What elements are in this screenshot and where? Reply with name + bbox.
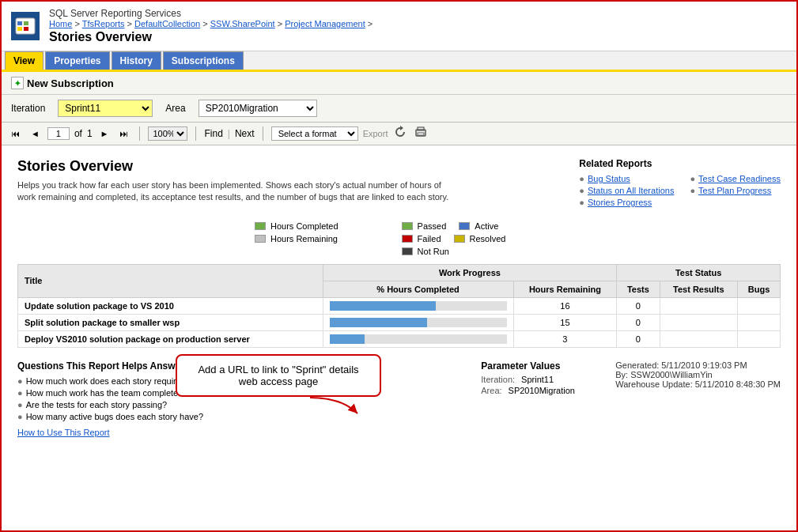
report-left: Stories Overview Helps you track how far… — [17, 158, 563, 213]
last-page-button[interactable]: ⏭ — [116, 127, 131, 140]
page-of-label: of — [74, 128, 82, 139]
export-label: Export — [363, 129, 388, 138]
stories-table: Title Work Progress Test Status % Hours … — [17, 264, 781, 348]
page-input[interactable] — [47, 127, 70, 140]
subscription-toolbar: ✦ New Subscription — [2, 72, 796, 95]
related-reports-columns: ● Bug Status ● Status on All Iterations … — [579, 174, 781, 209]
legend-label-resolved: Resolved — [470, 234, 506, 243]
legend-right-row2: Failed Resolved — [402, 234, 506, 243]
legend-right-row1: Passed Active — [402, 221, 506, 231]
svg-rect-0 — [16, 18, 35, 34]
tab-subscriptions[interactable]: Subscriptions — [163, 51, 244, 70]
first-page-button[interactable]: ⏮ — [8, 127, 23, 140]
new-subscription-label: New Subscription — [27, 77, 114, 89]
row-title-2: Split solution package to smaller wsp — [18, 314, 323, 330]
legend-passed: Passed — [402, 221, 447, 231]
legend-box-active — [459, 222, 470, 230]
related-link-test-plan[interactable]: Test Plan Progress — [698, 186, 771, 195]
related-link-bug-status[interactable]: Bug Status — [588, 174, 630, 183]
generated-section: Generated: 5/11/2010 9:19:03 PM By: SSW2… — [615, 360, 781, 437]
test-results-3 — [660, 330, 738, 347]
legend-hours-completed: Hours Completed — [255, 221, 338, 231]
new-subscription-button[interactable]: ✦ New Subscription — [11, 77, 114, 89]
bullet-icon: ● — [690, 186, 695, 195]
breadcrumb-tfsreports[interactable]: TfsReports — [82, 19, 125, 28]
format-select[interactable]: Select a format XML CSV PDF Excel Word — [271, 126, 358, 141]
param-area-key: Area: — [481, 386, 501, 395]
table-row: Deploy VS2010 solution package on produc… — [18, 330, 781, 347]
related-col-right: ● Test Case Readiness ● Test Plan Progre… — [690, 174, 781, 209]
bugs-3 — [738, 330, 781, 347]
page-title: Stories Overview — [49, 30, 373, 44]
svg-rect-3 — [17, 27, 22, 31]
iteration-select[interactable]: Sprint11 — [58, 100, 153, 117]
param-iteration-row: Iteration: Sprint11 — [481, 375, 599, 384]
legend-area: Hours Completed Hours Remaining Passed A… — [255, 221, 781, 256]
legend-box-remaining — [255, 235, 266, 243]
breadcrumb-home[interactable]: Home — [49, 19, 72, 28]
bullet-icon: ● — [579, 174, 584, 183]
header-text: SQL Server Reporting Services Home > Tfs… — [49, 8, 373, 44]
refresh-button[interactable] — [392, 126, 408, 141]
bullet-icon: ● — [17, 388, 23, 398]
related-col-left: ● Bug Status ● Status on All Iterations … — [579, 174, 674, 209]
svg-rect-1 — [17, 21, 22, 25]
bullet-icon: ● — [579, 186, 584, 195]
col-title: Title — [18, 264, 323, 297]
callout-bubble: Add a URL to link to "Sprint" details we… — [176, 354, 381, 397]
how-to-link[interactable]: How to Use This Report — [17, 428, 465, 437]
legend-label-remaining: Hours Remaining — [270, 234, 338, 243]
related-link-status-iterations[interactable]: Status on All Iterations — [588, 186, 674, 195]
bullet-icon: ● — [17, 412, 23, 421]
bugs-1 — [738, 297, 781, 314]
breadcrumb-project-management[interactable]: Project Management — [285, 19, 365, 28]
breadcrumb-defaultcollection[interactable]: DefaultCollection — [134, 19, 200, 28]
next-page-button[interactable]: ► — [97, 127, 112, 140]
find-separator: | — [228, 128, 230, 139]
app-icon — [11, 12, 40, 40]
legend-resolved: Resolved — [454, 234, 506, 243]
area-select[interactable]: SP2010Migration — [199, 100, 317, 117]
col-bugs: Bugs — [738, 281, 781, 297]
question-text-3: Are the tests for each story passing? — [26, 400, 168, 409]
legend-right: Passed Active Failed Resolved — [402, 221, 506, 256]
zoom-select[interactable]: 100% — [148, 126, 187, 141]
question-text-1: How much work does each story require? — [26, 376, 186, 386]
test-results-2 — [660, 314, 738, 330]
legend-left: Hours Completed Hours Remaining — [255, 221, 338, 256]
progress-bar-2 — [323, 314, 513, 330]
tab-properties[interactable]: Properties — [45, 51, 109, 70]
generated-label: Generated: 5/11/2010 9:19:03 PM — [615, 360, 781, 370]
col-hours-remaining: Hours Remaining — [513, 281, 617, 297]
hours-remaining-3: 3 — [513, 330, 617, 347]
legend-label-completed: Hours Completed — [270, 221, 338, 231]
related-reports: Related Reports ● Bug Status ● Status on… — [579, 158, 781, 213]
related-link-stories-progress[interactable]: Stories Progress — [588, 198, 652, 207]
report-content: Stories Overview Helps you track how far… — [2, 145, 796, 450]
page-total: 1 — [87, 128, 93, 139]
bullet-icon: ● — [690, 174, 695, 183]
legend-box-failed — [402, 235, 413, 243]
callout-wrapper: Add a URL to link to "Sprint" details we… — [176, 354, 381, 421]
print-button[interactable] — [413, 126, 429, 141]
parameter-values-title: Parameter Values — [481, 360, 599, 372]
bullet-icon: ● — [579, 198, 584, 207]
bottom-section: Questions This Report Helps Answer ● How… — [17, 360, 781, 437]
parameters-row: Iteration Sprint11 Area SP2010Migration — [2, 95, 796, 123]
tests-1: 0 — [617, 297, 660, 314]
legend-label-not-run: Not Run — [418, 247, 449, 256]
tab-view[interactable]: View — [5, 51, 43, 70]
row-title-3: Deploy VS2010 solution package on produc… — [18, 330, 323, 347]
prev-page-button[interactable]: ◄ — [28, 127, 43, 140]
related-link-test-case[interactable]: Test Case Readiness — [698, 174, 781, 183]
related-item-status-iterations: ● Status on All Iterations — [579, 186, 674, 195]
table-row: Split solution package to smaller wsp 15… — [18, 314, 781, 330]
company-name: SQL Server Reporting Services — [49, 8, 373, 19]
find-label: Find — [204, 128, 222, 139]
tab-history[interactable]: History — [112, 51, 161, 70]
parameter-values-section: Parameter Values Iteration: Sprint11 Are… — [481, 360, 599, 437]
callout-arrow — [176, 394, 381, 421]
breadcrumb-ssw-sharepoint[interactable]: SSW.SharePoint — [210, 19, 275, 28]
related-item-stories-progress: ● Stories Progress — [579, 198, 674, 207]
legend-box-completed — [255, 222, 266, 230]
